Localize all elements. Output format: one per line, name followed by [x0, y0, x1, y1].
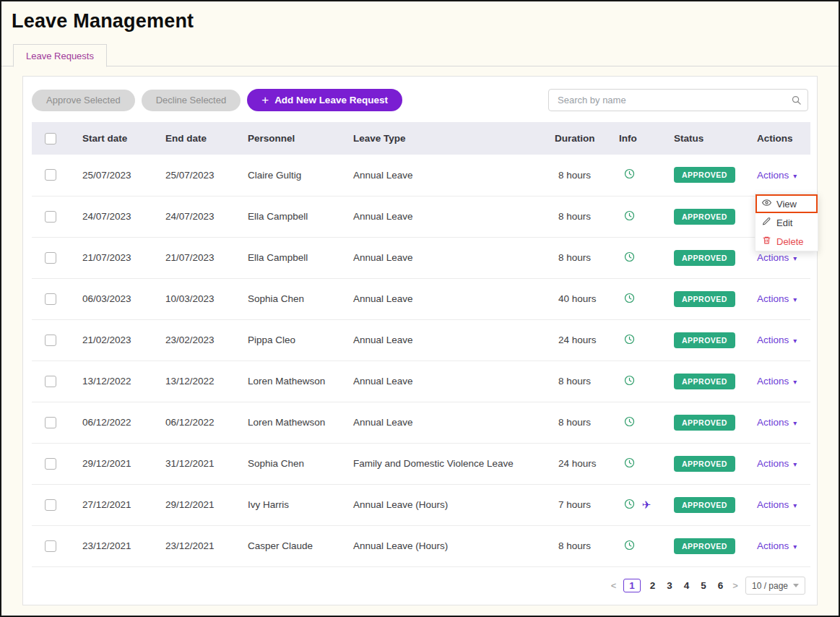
- status-badge: APPROVED: [674, 456, 735, 472]
- table-row: 13/12/2022 13/12/2022 Loren Mathewson An…: [32, 361, 810, 402]
- clock-icon[interactable]: [624, 542, 635, 553]
- duration-value: 8 hours: [555, 376, 591, 387]
- approve-selected-button[interactable]: Approve Selected: [32, 90, 135, 111]
- clock-icon[interactable]: [624, 295, 635, 306]
- leave-type-value: Annual Leave: [353, 170, 413, 181]
- table-row: 23/12/2021 23/12/2021 Casper Claude Annu…: [32, 525, 810, 566]
- clock-icon[interactable]: [624, 171, 635, 181]
- personnel-name: Ivy Harris: [248, 499, 289, 510]
- plane-icon[interactable]: ✈: [642, 499, 651, 511]
- actions-label: Actions: [757, 293, 789, 304]
- toolbar: Approve Selected Decline Selected + Add …: [23, 77, 817, 122]
- leave-requests-panel: Approve Selected Decline Selected + Add …: [22, 76, 818, 605]
- row-checkbox[interactable]: [45, 499, 56, 511]
- actions-label: Actions: [757, 170, 789, 181]
- clock-icon[interactable]: [624, 212, 635, 223]
- page-5[interactable]: 5: [698, 579, 709, 592]
- end-date-value: 25/07/2023: [165, 170, 215, 181]
- page-size-select[interactable]: 10 / page: [745, 577, 805, 595]
- row-checkbox[interactable]: [45, 252, 56, 264]
- row-checkbox[interactable]: [45, 211, 56, 223]
- actions-label: Actions: [757, 458, 789, 469]
- menu-view-label: View: [776, 199, 797, 210]
- table-row: 24/07/2023 24/07/2023 Ella Campbell Annu…: [32, 196, 810, 237]
- actions-dropdown[interactable]: Actions ▾: [757, 417, 797, 428]
- start-date-value: 25/07/2023: [82, 170, 131, 181]
- clock-icon[interactable]: [624, 254, 635, 264]
- table-row: 06/03/2023 10/03/2023 Sophia Chen Annual…: [32, 278, 810, 319]
- plus-icon: +: [261, 94, 269, 106]
- caret-down-icon: ▾: [793, 460, 797, 468]
- leave-type-value: Annual Leave: [353, 293, 413, 304]
- eye-icon: [762, 198, 771, 210]
- actions-dropdown[interactable]: Actions ▾: [757, 499, 797, 510]
- personnel-name: Ella Campbell: [248, 211, 308, 222]
- actions-dropdown[interactable]: Actions ▾: [757, 335, 797, 345]
- actions-dropdown[interactable]: Actions ▾: [757, 293, 797, 304]
- actions-dropdown[interactable]: Actions ▾: [757, 170, 797, 181]
- duration-value: 40 hours: [555, 293, 597, 304]
- clock-icon[interactable]: [624, 377, 635, 388]
- row-checkbox[interactable]: [45, 335, 56, 346]
- menu-edit-label: Edit: [776, 217, 792, 228]
- page-6[interactable]: 6: [716, 579, 726, 592]
- actions-dropdown[interactable]: Actions ▾: [757, 376, 797, 387]
- row-checkbox[interactable]: [45, 293, 56, 305]
- table-row: 29/12/2021 31/12/2021 Sophia Chen Family…: [32, 443, 810, 484]
- row-checkbox[interactable]: [45, 417, 56, 428]
- caret-down-icon: ▾: [793, 295, 797, 303]
- caret-down-icon: ▾: [793, 254, 797, 262]
- clock-icon[interactable]: [624, 459, 635, 470]
- page-2[interactable]: 2: [648, 579, 658, 592]
- col-personnel: Personnel: [248, 122, 353, 155]
- actions-label: Actions: [757, 417, 789, 428]
- add-button-label: Add New Leave Request: [274, 95, 388, 105]
- actions-dropdown[interactable]: Actions ▾: [757, 252, 797, 263]
- duration-value: 7 hours: [555, 499, 591, 510]
- start-date-value: 06/12/2022: [82, 417, 131, 428]
- col-actions: Actions: [757, 122, 810, 155]
- row-checkbox[interactable]: [45, 169, 56, 181]
- actions-dropdown[interactable]: Actions ▾: [757, 540, 797, 551]
- personnel-name: Loren Mathewson: [248, 417, 325, 428]
- menu-item-delete[interactable]: Delete: [755, 232, 818, 251]
- end-date-value: 06/12/2022: [165, 417, 215, 428]
- actions-menu: View Edit Delete: [755, 194, 818, 251]
- page-size-value: 10 / page: [752, 581, 788, 591]
- status-badge: APPROVED: [674, 332, 735, 348]
- leave-type-value: Annual Leave: [353, 376, 413, 387]
- personnel-name: Sophia Chen: [248, 293, 304, 304]
- row-checkbox[interactable]: [45, 458, 56, 470]
- add-new-leave-request-button[interactable]: + Add New Leave Request: [247, 89, 402, 111]
- page-1[interactable]: 1: [623, 579, 641, 592]
- start-date-value: 24/07/2023: [82, 211, 131, 222]
- row-checkbox[interactable]: [45, 540, 56, 552]
- table-row: 06/12/2022 06/12/2022 Loren Mathewson An…: [32, 402, 810, 443]
- menu-item-view[interactable]: View: [755, 194, 818, 213]
- prev-page-arrow[interactable]: <: [611, 580, 617, 591]
- row-checkbox[interactable]: [45, 376, 56, 387]
- clock-icon[interactable]: [624, 501, 638, 512]
- pagination: < 1 2 3 4 5 6 > 10 / page: [611, 577, 805, 595]
- decline-selected-button[interactable]: Decline Selected: [142, 90, 241, 111]
- next-page-arrow[interactable]: >: [732, 580, 738, 591]
- menu-item-edit[interactable]: Edit: [755, 213, 818, 232]
- page-3[interactable]: 3: [664, 579, 675, 592]
- start-date-value: 29/12/2021: [82, 458, 131, 469]
- clock-icon[interactable]: [624, 336, 635, 347]
- actions-dropdown[interactable]: Actions ▾: [757, 458, 797, 469]
- status-badge: APPROVED: [674, 209, 735, 225]
- table-row: 27/12/2021 29/12/2021 Ivy Harris Annual …: [32, 484, 810, 525]
- leave-type-value: Annual Leave: [353, 252, 413, 263]
- menu-delete-label: Delete: [776, 236, 804, 247]
- personnel-name: Claire Gultig: [248, 170, 301, 181]
- table-row: 21/02/2023 23/02/2023 Pippa Cleo Annual …: [32, 319, 810, 361]
- page-4[interactable]: 4: [682, 579, 692, 592]
- actions-label: Actions: [757, 540, 789, 551]
- tab-leave-requests[interactable]: Leave Requests: [13, 44, 107, 67]
- table-row: 25/07/2023 25/07/2023 Claire Gultig Annu…: [32, 155, 810, 196]
- search-input[interactable]: [548, 89, 808, 111]
- select-all-checkbox[interactable]: [45, 133, 56, 144]
- clock-icon[interactable]: [624, 418, 635, 429]
- leave-management-page: Leave Management Leave Requests Approve …: [0, 0, 840, 617]
